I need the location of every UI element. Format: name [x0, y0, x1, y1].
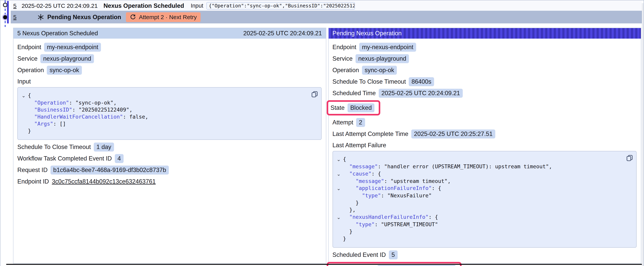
json-line: "type": "UPSTREAM_TIMEOUT" — [334, 221, 613, 228]
copy-icon[interactable] — [311, 91, 318, 98]
field-label: Scheduled Time — [332, 90, 376, 97]
field-label: Schedule To Close Timeout — [332, 78, 406, 85]
field-value-badge: nexus-playground — [40, 54, 94, 63]
field-label: State — [330, 104, 344, 111]
field-label: Workflow Task Completed Event ID — [17, 155, 112, 162]
attempt-retry-badge[interactable]: Attempt 2 · Next Retry — [126, 12, 201, 22]
field-label: Attempt — [332, 119, 354, 126]
vertical-scrollbar[interactable] — [642, 3, 644, 266]
event-row-pending[interactable]: 5 Pending Nexus Operation Attempt 2 · Ne… — [11, 11, 643, 24]
field-value-badge: Blocked — [348, 103, 374, 112]
scheduled-event-panel: 5 Nexus Operation Scheduled 2025-02-25 U… — [13, 28, 326, 264]
field-row: Servicenexus-playground — [17, 54, 322, 63]
field-label: Endpoint — [17, 44, 41, 51]
json-line: "HandlerWaitForCancellation": false, — [19, 113, 298, 120]
json-line: ⌄{ — [19, 92, 298, 99]
failure-json-viewer: ⌄{ "message": "handler error (UPSTREAM_T… — [332, 151, 637, 248]
field-label: Request ID — [17, 167, 48, 174]
collapse-chevron-icon[interactable]: ⌄ — [334, 213, 343, 221]
json-line: "Args": [] — [19, 120, 298, 127]
collapse-chevron-icon[interactable]: ⌄ — [334, 170, 343, 178]
json-line: "message": "upstream timeout", — [334, 178, 613, 185]
json-line: }, — [334, 206, 613, 213]
field-value-badge: 86400s — [409, 77, 434, 86]
json-line: } — [334, 228, 613, 235]
field-label: Service — [17, 55, 38, 62]
field-label: Last Attempt Complete Time — [332, 130, 408, 137]
workflow-event-history-screen: 5 2025-02-25 UTC 20:24:09.21 Nexus Opera… — [0, 0, 644, 266]
input-section-label: Input — [17, 78, 322, 85]
field-label: Endpoint — [332, 44, 356, 51]
field-value-badge: 5 — [389, 250, 398, 259]
collapse-chevron-icon[interactable]: ⌄ — [19, 92, 28, 99]
field-row: Endpointmy-nexus-endpoint — [332, 43, 637, 52]
json-line: "BusinessID": "20250225122409", — [19, 106, 298, 113]
window-bottom-edge — [6, 264, 642, 265]
field-row: Operationsync-op-ok — [17, 66, 322, 75]
field-label: Operation — [332, 67, 359, 74]
field-value-badge: sync-op-ok — [47, 66, 82, 75]
field-row: Attempt2 — [332, 118, 637, 127]
collapse-chevron-icon[interactable]: ⌄ — [334, 156, 343, 163]
collapse-chevron-icon[interactable]: ⌄ — [334, 185, 343, 192]
field-label: Endpoint ID — [17, 178, 49, 185]
pending-panel-header: Pending Nexus Operation — [329, 28, 641, 39]
field-row: Scheduled Time2025-02-25 UTC 20:24:09.21 — [332, 89, 637, 98]
field-value-badge: 1 day — [94, 143, 114, 152]
input-json-viewer: ⌄{ "Operation": "sync-op-ok", "BusinessI… — [17, 87, 322, 140]
field-row: Operationsync-op-ok — [332, 66, 637, 75]
field-label: Schedule To Close Timeout — [17, 144, 91, 151]
json-line: } — [19, 127, 298, 134]
event-row-scheduled[interactable]: 5 2025-02-25 UTC 20:24:09.21 Nexus Opera… — [11, 1, 642, 11]
attempt-retry-label: Attempt 2 · Next Retry — [139, 14, 197, 21]
event-detail-panels: 5 Nexus Operation Scheduled 2025-02-25 U… — [13, 28, 641, 264]
field-row: Workflow Task Completed Event ID4 — [17, 154, 322, 163]
event-timestamp: 2025-02-25 UTC 20:24:09.21 — [22, 3, 98, 9]
field-label: Scheduled Event ID — [332, 251, 386, 258]
json-line: } — [334, 235, 613, 242]
event-id-link[interactable]: 5 — [13, 3, 16, 9]
input-preview-chip[interactable]: {"Operation":"sync-op-ok","BusinessID":"… — [206, 2, 355, 10]
field-value-badge: my-nexus-endpoint — [359, 43, 416, 52]
field-value-badge: b1c6a4bc-8ee7-468a-9169-df3b02c8737b — [50, 166, 169, 174]
json-line: "type": "NexusFailure" — [334, 192, 613, 199]
field-row: Request IDb1c6a4bc-8ee7-468a-9169-df3b02… — [17, 166, 322, 174]
selected-event-accent-bar — [7, 1, 9, 24]
event-id-link[interactable]: 5 — [13, 14, 16, 21]
field-row: Scheduled Event ID5 — [332, 250, 637, 259]
scheduled-panel-body: Endpointmy-nexus-endpointServicenexus-pl… — [14, 39, 326, 263]
field-value-badge: 2025-02-25 UTC 20:24:09.21 — [379, 89, 463, 98]
field-row: Servicenexus-playground — [332, 54, 637, 63]
json-line: ⌄ "applicationFailureInfo": { — [334, 185, 613, 192]
field-row: Endpointmy-nexus-endpoint — [17, 43, 322, 52]
input-label: Input — [191, 3, 203, 9]
pending-operation-panel: Pending Nexus Operation Endpointmy-nexus… — [328, 28, 642, 264]
field-value-link[interactable]: 3c0c75ccfa8144b092c13ce632463761 — [52, 178, 156, 185]
scheduled-panel-timestamp: 2025-02-25 UTC 20:24:09.21 — [243, 30, 322, 37]
field-value-badge: 2 — [356, 118, 365, 127]
event-title: Nexus Operation Scheduled — [104, 2, 184, 9]
field-label: Service — [332, 55, 352, 62]
pending-panel-body: Endpointmy-nexus-endpointServicenexus-pl… — [329, 39, 641, 266]
field-value-badge: sync-op-ok — [362, 66, 397, 75]
json-line: ⌄ "cause": { — [334, 170, 613, 178]
field-row: Endpoint ID3c0c75ccfa8144b092c13ce632463… — [17, 177, 322, 186]
field-value-badge: nexus-playground — [356, 54, 409, 63]
json-line: "message": "handler error (UPSTREAM_TIME… — [334, 163, 613, 170]
field-row-annotated: StateBlocked — [327, 100, 380, 115]
pending-asterisk-icon — [37, 14, 44, 21]
json-line: "Operation": "sync-op-ok", — [19, 99, 298, 106]
pending-event-marker-dot-icon — [3, 15, 7, 19]
field-row: Schedule To Close Timeout1 day — [17, 143, 322, 152]
field-value-badge: my-nexus-endpoint — [44, 43, 101, 52]
scheduled-event-marker-circle-icon — [3, 3, 8, 7]
field-label: Operation — [17, 67, 44, 74]
copy-icon[interactable] — [626, 154, 633, 161]
field-value-badge: The circuit breaker is open. — [377, 265, 456, 266]
json-line: ⌄ "nexusHandlerFailureInfo": { — [334, 213, 613, 221]
failure-section-label: Last Attempt Failure — [332, 142, 637, 149]
field-value-badge: 4 — [115, 154, 124, 163]
field-row: Last Attempt Complete Time2025-02-25 UTC… — [332, 129, 637, 138]
retry-icon — [130, 14, 136, 20]
pending-panel-title: Pending Nexus Operation — [332, 30, 402, 37]
